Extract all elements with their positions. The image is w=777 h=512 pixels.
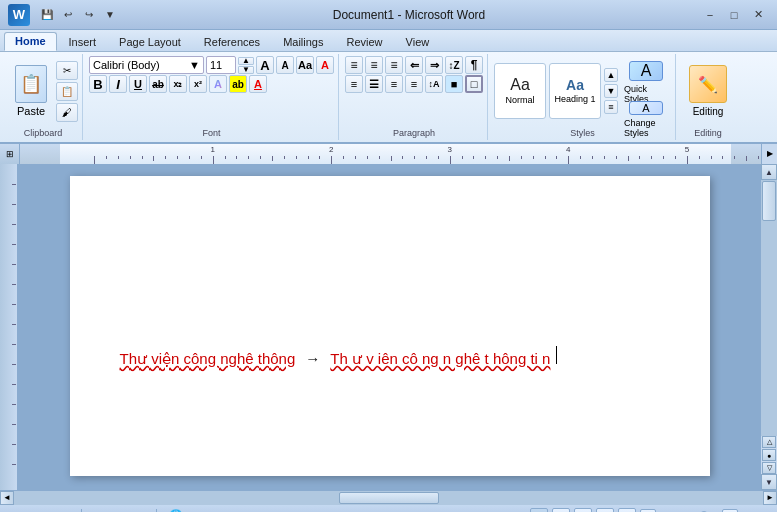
font-size-decrease[interactable]: ▼: [238, 66, 254, 74]
tab-view[interactable]: View: [395, 32, 441, 51]
scroll-down-btn[interactable]: ▼: [761, 474, 777, 490]
style-normal[interactable]: Aa Normal: [494, 63, 546, 119]
subscript-btn[interactable]: x₂: [169, 75, 187, 93]
tab-home[interactable]: Home: [4, 32, 57, 51]
grow-font-btn[interactable]: A: [256, 56, 274, 74]
style-normal-preview: Aa: [510, 77, 530, 93]
paragraph-label: Paragraph: [393, 126, 435, 138]
vertical-scrollbar[interactable]: ▲ △ ● ▽ ▼: [761, 164, 777, 490]
paste-button[interactable]: 📋 Paste: [8, 59, 54, 123]
scroll-page-up-btn[interactable]: △: [762, 436, 776, 448]
group-font: Calibri (Body) ▼ 11 ▲ ▼ A A Aa A B I U: [85, 54, 339, 140]
style-heading1[interactable]: Aa Heading 1: [549, 63, 601, 119]
ruler-scroll-btn[interactable]: ▶: [761, 144, 777, 164]
text-effects-btn[interactable]: A: [209, 75, 227, 93]
document-area[interactable]: Thư viện công nghê thông → Th ư v iên cô…: [18, 164, 761, 490]
change-styles-btn[interactable]: A Change Styles: [621, 96, 671, 126]
font-color-btn[interactable]: A: [249, 75, 267, 93]
borders-btn[interactable]: □: [465, 75, 483, 93]
numbering-btn[interactable]: ≡: [365, 56, 383, 74]
close-btn[interactable]: ✕: [747, 5, 769, 25]
increase-indent-btn[interactable]: ⇒: [425, 56, 443, 74]
decrease-indent-btn[interactable]: ⇐: [405, 56, 423, 74]
strikethrough-btn[interactable]: ab: [149, 75, 167, 93]
group-clipboard: 📋 Paste ✂ 📋 🖌 Clipboard: [4, 54, 83, 140]
ruler-corner[interactable]: ⊞: [0, 144, 20, 164]
web-layout-btn[interactable]: ⊞: [574, 508, 592, 513]
align-left-btn[interactable]: ≡: [345, 75, 363, 93]
outline-btn[interactable]: ≡: [596, 508, 614, 513]
highlight-btn[interactable]: ab: [229, 75, 247, 93]
save-quick-btn[interactable]: 💾: [38, 6, 56, 24]
styles-up-btn[interactable]: ▲: [604, 68, 618, 82]
shading-btn[interactable]: ■: [445, 75, 463, 93]
language-status[interactable]: English (United States): [195, 509, 316, 513]
hscroll-thumb[interactable]: [339, 492, 439, 504]
zoom-out-btn[interactable]: −: [640, 509, 656, 513]
superscript-btn[interactable]: x²: [189, 75, 207, 93]
document-page[interactable]: Thư viện công nghê thông → Th ư v iên cô…: [70, 176, 710, 476]
tab-insert[interactable]: Insert: [58, 32, 108, 51]
print-layout-btn[interactable]: ▤: [530, 508, 548, 513]
window-controls: − □ ✕: [699, 5, 769, 25]
zoom-in-btn[interactable]: +: [722, 509, 738, 513]
bold-btn[interactable]: B: [89, 75, 107, 93]
show-marks-btn[interactable]: ¶: [465, 56, 483, 74]
arrow-symbol: →: [305, 347, 320, 371]
scroll-track[interactable]: [761, 180, 777, 436]
underline-btn[interactable]: U: [129, 75, 147, 93]
cut-button[interactable]: ✂: [56, 61, 78, 80]
main-area: Thư viện công nghê thông → Th ư v iên cô…: [0, 164, 777, 490]
draft-btn[interactable]: ▤: [618, 508, 636, 513]
hscroll-left-btn[interactable]: ◄: [0, 491, 14, 505]
language-icon[interactable]: 🌐: [165, 508, 187, 512]
editing-button[interactable]: ✏️ Editing: [682, 60, 734, 122]
horizontal-scrollbar[interactable]: ◄ ►: [0, 490, 777, 504]
select-browse-btn[interactable]: ●: [762, 449, 776, 461]
multilevel-btn[interactable]: ≡: [385, 56, 403, 74]
redo-btn[interactable]: ↪: [80, 6, 98, 24]
page-status[interactable]: Page: 1 of 1: [6, 509, 73, 513]
hscroll-right-btn[interactable]: ►: [763, 491, 777, 505]
justify-btn[interactable]: ≡: [405, 75, 423, 93]
scroll-up-btn[interactable]: ▲: [761, 164, 777, 180]
clear-format-btn[interactable]: A: [316, 56, 334, 74]
align-right-btn[interactable]: ≡: [385, 75, 403, 93]
quick-styles-btn[interactable]: A Quick Styles: [621, 56, 671, 92]
full-screen-btn[interactable]: ⊡: [552, 508, 570, 513]
status-divider-2: [156, 509, 157, 513]
tab-page-layout[interactable]: Page Layout: [108, 32, 192, 51]
words-status[interactable]: Words: 18: [90, 509, 148, 513]
shrink-font-btn[interactable]: A: [276, 56, 294, 74]
format-painter-button[interactable]: 🖌: [56, 103, 78, 122]
original-text: Thư viện công nghê thông: [120, 347, 296, 371]
scroll-page-down-btn[interactable]: ▽: [762, 462, 776, 474]
minimize-btn[interactable]: −: [699, 5, 721, 25]
copy-button[interactable]: 📋: [56, 82, 78, 101]
tab-references[interactable]: References: [193, 32, 271, 51]
maximize-btn[interactable]: □: [723, 5, 745, 25]
sort-btn[interactable]: ↕Z: [445, 56, 463, 74]
italic-btn[interactable]: I: [109, 75, 127, 93]
tab-review[interactable]: Review: [335, 32, 393, 51]
line-spacing-btn[interactable]: ↕A: [425, 75, 443, 93]
styles-down-btn[interactable]: ▼: [604, 84, 618, 98]
paragraph-group-body: ≡ ≡ ≡ ⇐ ⇒ ↕Z ¶ ≡ ☰ ≡ ≡ ↕A ■ □: [345, 56, 483, 126]
bullets-btn[interactable]: ≡: [345, 56, 363, 74]
scroll-thumb[interactable]: [762, 181, 776, 221]
document-content[interactable]: Thư viện công nghê thông → Th ư v iên cô…: [120, 206, 660, 371]
styles-more-btn[interactable]: ≡: [604, 100, 618, 114]
font-size-box[interactable]: 11: [206, 56, 236, 74]
hscroll-track[interactable]: [14, 491, 763, 505]
ruler-area: ⊞ 12345 ▶: [0, 144, 777, 164]
undo-btn[interactable]: ↩: [59, 6, 77, 24]
align-center-btn[interactable]: ☰: [365, 75, 383, 93]
font-size-increase[interactable]: ▲: [238, 57, 254, 65]
ruler-margin-left: [20, 144, 60, 164]
quick-access-dropdown[interactable]: ▼: [101, 6, 119, 24]
font-format-row: B I U ab x₂ x² A ab A: [89, 75, 267, 93]
editing-group-body: ✏️ Editing: [682, 56, 734, 126]
font-name-dropdown[interactable]: Calibri (Body) ▼: [89, 56, 204, 74]
change-case-btn[interactable]: Aa: [296, 56, 314, 74]
tab-mailings[interactable]: Mailings: [272, 32, 334, 51]
